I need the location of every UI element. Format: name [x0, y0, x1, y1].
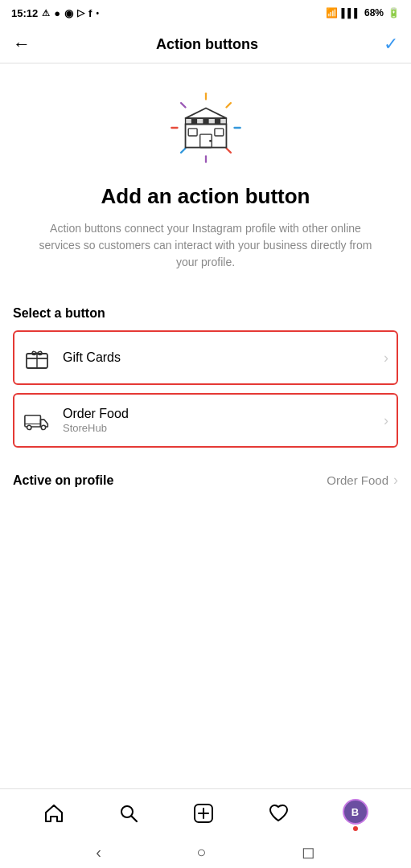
order-food-text: Order Food StoreHub — [63, 407, 384, 434]
gift-cards-title: Gift Cards — [63, 350, 384, 365]
gift-card-icon — [23, 343, 51, 372]
profile-dot — [353, 826, 358, 831]
profile-avatar: B — [343, 799, 368, 825]
home-nav-item[interactable] — [43, 803, 64, 827]
svg-line-7 — [226, 148, 230, 152]
dot-icon: • — [96, 9, 99, 18]
select-label: Select a button — [13, 306, 398, 321]
add-icon — [193, 803, 214, 824]
android-recent[interactable]: ◻ — [302, 842, 315, 862]
svg-line-5 — [226, 103, 230, 107]
svg-rect-10 — [197, 118, 203, 124]
wifi-icon: 📶 — [326, 7, 338, 18]
android-bar: ‹ ○ ◻ — [0, 836, 411, 868]
warning-icon: ⚠ — [42, 8, 50, 18]
heart-icon — [268, 803, 289, 824]
order-food-item[interactable]: Order Food StoreHub › — [13, 393, 398, 448]
svg-rect-18 — [214, 129, 223, 136]
svg-rect-12 — [220, 118, 226, 124]
gift-cards-arrow: › — [384, 350, 388, 366]
order-food-arrow: › — [384, 412, 388, 429]
status-right: 📶 ▌▌▌ 68% 🔋 — [326, 7, 400, 18]
active-section[interactable]: Active on profile Order Food › — [0, 456, 411, 489]
page-title: Action buttons — [39, 36, 376, 53]
home-icon — [43, 803, 64, 824]
active-arrow: › — [393, 472, 398, 489]
navigation-icon: ▷ — [77, 7, 84, 18]
top-nav: ← Action buttons ✓ — [0, 26, 411, 63]
active-label: Active on profile — [13, 473, 113, 488]
main-content: Add an action button Action buttons conn… — [0, 63, 411, 868]
battery-icon: 🔋 — [388, 7, 400, 18]
battery-text: 68% — [364, 7, 384, 18]
confirm-button[interactable]: ✓ — [384, 34, 398, 55]
svg-marker-14 — [185, 108, 226, 118]
store-icon-container — [166, 88, 246, 168]
android-home[interactable]: ○ — [196, 843, 206, 862]
svg-rect-23 — [25, 416, 41, 427]
order-food-title: Order Food — [63, 407, 384, 421]
bottom-nav: B ‹ ○ ◻ — [0, 788, 411, 868]
svg-line-4 — [181, 103, 185, 107]
profile-nav-item[interactable]: B — [343, 799, 368, 831]
select-section: Select a button Gift Cards › — [0, 287, 411, 456]
status-time: 15:12 — [11, 7, 38, 19]
svg-point-25 — [41, 425, 45, 429]
svg-point-24 — [27, 425, 31, 429]
order-food-subtitle: StoreHub — [63, 422, 384, 434]
hero-section: Add an action button Action buttons conn… — [0, 63, 411, 287]
gift-cards-item[interactable]: Gift Cards › — [13, 330, 398, 385]
messenger-icon: ◉ — [64, 7, 73, 19]
svg-rect-8 — [185, 118, 226, 124]
hero-description: Action buttons connect your Instagram pr… — [32, 220, 379, 271]
svg-rect-17 — [188, 129, 197, 136]
heart-nav-item[interactable] — [268, 803, 289, 827]
svg-point-19 — [209, 140, 212, 142]
whatsapp-icon: ● — [54, 7, 60, 19]
order-food-icon — [23, 406, 51, 435]
add-nav-item[interactable] — [193, 803, 214, 827]
active-value-text: Order Food — [327, 473, 388, 487]
bottom-nav-icons: B — [0, 789, 411, 836]
svg-line-6 — [181, 148, 185, 152]
hero-title: Add an action button — [101, 184, 310, 209]
gift-cards-text: Gift Cards — [63, 350, 384, 365]
search-icon — [118, 803, 139, 824]
svg-line-28 — [131, 817, 137, 822]
store-illustration — [166, 84, 246, 172]
back-button[interactable]: ← — [13, 34, 31, 55]
status-left: 15:12 ⚠ ● ◉ ▷ f • — [11, 7, 99, 19]
active-value-container: Order Food › — [327, 472, 398, 489]
android-back[interactable]: ‹ — [96, 843, 101, 862]
facebook-icon: f — [88, 7, 92, 19]
search-nav-item[interactable] — [118, 803, 139, 827]
status-bar: 15:12 ⚠ ● ◉ ▷ f • 📶 ▌▌▌ 68% 🔋 — [0, 0, 411, 26]
svg-rect-9 — [185, 118, 191, 124]
svg-rect-11 — [208, 118, 214, 124]
signal-icon: ▌▌▌ — [342, 8, 360, 18]
